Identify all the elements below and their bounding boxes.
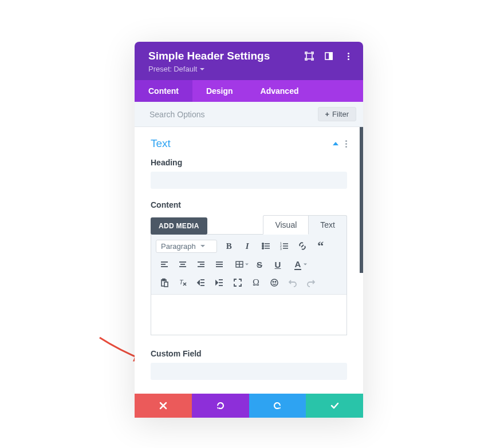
more-options-icon[interactable] [344, 51, 353, 61]
chevron-down-icon [200, 245, 205, 247]
redo-button[interactable] [302, 275, 320, 290]
svg-point-7 [262, 248, 263, 249]
editor-tab-text[interactable]: Text [309, 215, 347, 235]
chevron-down-icon [245, 264, 249, 265]
section-header: Text [151, 137, 347, 150]
content-panel: Text Heading Content ADD MEDIA Visual Te… [135, 127, 363, 394]
table-button[interactable] [229, 257, 250, 272]
editor-tab-visual[interactable]: Visual [263, 215, 309, 235]
align-right-button[interactable] [192, 257, 210, 272]
plus-icon: + [325, 110, 330, 118]
check-icon [329, 401, 340, 411]
save-button[interactable] [306, 394, 363, 418]
filter-label: Filter [332, 110, 349, 118]
bold-button[interactable]: B [220, 239, 238, 253]
options-searchbar: + Filter [135, 102, 363, 127]
expand-icon[interactable] [305, 51, 314, 61]
text-color-button[interactable]: A [288, 257, 308, 272]
undo-button[interactable] [284, 275, 301, 290]
custom-field-input[interactable] [151, 363, 347, 380]
svg-rect-2 [329, 53, 332, 60]
heading-label: Heading [151, 158, 347, 167]
snap-right-icon[interactable] [324, 51, 333, 61]
rich-text-editor: Paragraph B I 123 [151, 234, 347, 335]
indent-button[interactable] [211, 275, 228, 290]
tab-design[interactable]: Design [192, 80, 247, 102]
clear-format-button[interactable]: T [174, 275, 191, 290]
chevron-down-icon [304, 264, 307, 265]
bullet-list-button[interactable] [257, 239, 274, 253]
close-icon [159, 401, 168, 410]
tab-content[interactable]: Content [135, 80, 192, 102]
paste-button[interactable] [156, 275, 173, 290]
cancel-button[interactable] [135, 394, 192, 418]
footer-undo-button[interactable] [192, 394, 249, 418]
footer-redo-button[interactable] [249, 394, 306, 418]
settings-tabs: Content Design Advanced [135, 80, 363, 102]
align-left-button[interactable] [156, 257, 173, 272]
svg-text:3: 3 [280, 247, 282, 251]
svg-rect-32 [164, 282, 168, 287]
redo-icon [272, 401, 282, 411]
svg-point-3 [262, 243, 263, 244]
svg-point-44 [275, 282, 276, 283]
link-button[interactable] [294, 239, 311, 253]
svg-point-5 [262, 245, 263, 247]
editor-body[interactable] [151, 295, 346, 335]
chevron-down-icon [200, 68, 204, 70]
outdent-button[interactable] [192, 275, 210, 290]
custom-field-label: Custom Field [151, 349, 347, 358]
svg-point-42 [271, 279, 278, 286]
chevron-up-icon[interactable] [333, 142, 338, 145]
align-justify-button[interactable] [211, 257, 228, 272]
tab-advanced[interactable]: Advanced [247, 80, 313, 102]
editor-toolbar: Paragraph B I 123 [151, 235, 346, 295]
preset-value: Default [174, 65, 197, 73]
quote-button[interactable]: “ [312, 239, 329, 253]
content-label: Content [151, 200, 347, 209]
svg-text:T: T [179, 279, 184, 286]
svg-point-43 [273, 282, 274, 283]
format-select-label: Paragraph [161, 242, 196, 251]
fullscreen-button[interactable] [229, 275, 246, 290]
settings-modal: Simple Header Settings Preset: Default [135, 42, 363, 418]
section-more-icon[interactable] [345, 140, 347, 148]
modal-footer [135, 394, 363, 418]
svg-rect-31 [163, 279, 165, 281]
strikethrough-button[interactable]: S [251, 257, 268, 272]
svg-rect-0 [306, 53, 312, 59]
preset-selector[interactable]: Preset: Default [148, 65, 349, 73]
section-title[interactable]: Text [151, 137, 171, 150]
add-media-button[interactable]: ADD MEDIA [151, 217, 207, 235]
modal-header: Simple Header Settings Preset: Default [135, 42, 363, 80]
scrollbar[interactable] [360, 127, 363, 273]
filter-button[interactable]: + Filter [318, 107, 356, 121]
search-input[interactable] [149, 110, 274, 119]
format-select[interactable]: Paragraph [156, 240, 217, 253]
number-list-button[interactable]: 123 [275, 239, 293, 253]
preset-label: Preset: [148, 65, 172, 73]
emoji-button[interactable] [266, 275, 283, 290]
special-char-button[interactable]: Ω [247, 275, 265, 290]
heading-input[interactable] [151, 172, 347, 189]
italic-button[interactable]: I [239, 239, 256, 253]
align-center-button[interactable] [174, 257, 191, 272]
undo-icon [215, 401, 226, 411]
underline-button[interactable]: U [269, 257, 286, 272]
